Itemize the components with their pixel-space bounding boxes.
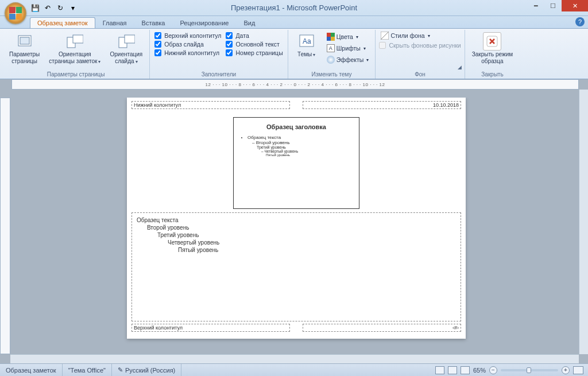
group-placeholders: Верхний колонтитул Образ слайда Нижний к… xyxy=(150,30,288,79)
undo-icon[interactable]: ↶ xyxy=(42,3,53,13)
themes-icon: Aa xyxy=(297,32,316,51)
close-button[interactable]: ✕ xyxy=(562,0,588,11)
view-sorter-button[interactable] xyxy=(448,366,457,374)
zoom-slider[interactable] xyxy=(501,369,558,371)
themes-button[interactable]: Aa Темы xyxy=(292,31,322,59)
canvas[interactable]: Нижний колонтитул 10.10.2018 Образец заг… xyxy=(17,98,575,352)
fonts-icon: A xyxy=(327,44,335,52)
status-theme[interactable]: "Тема Office" xyxy=(63,364,112,376)
zoom-level[interactable]: 65% xyxy=(473,367,486,374)
footer-placeholder[interactable]: Нижний колонтитул xyxy=(131,101,290,109)
colors-icon xyxy=(327,33,335,41)
notes-l4: Четвертый уровень xyxy=(137,239,456,246)
horizontal-scrollbar[interactable] xyxy=(10,354,579,363)
tab-home[interactable]: Главная xyxy=(95,17,134,28)
view-slideshow-button[interactable] xyxy=(461,366,470,374)
ribbon-tabs: Образец заметок Главная Вставка Рецензир… xyxy=(0,16,588,29)
slide-image-placeholder[interactable]: Образец заголовка Образец текста Второй … xyxy=(233,117,359,209)
slide-orientation-icon xyxy=(117,32,136,51)
notes-l1: Образец текста xyxy=(137,216,456,224)
svg-rect-9 xyxy=(331,33,335,37)
svg-text:Aa: Aa xyxy=(303,37,311,45)
slide-orientation-button[interactable]: Ориентация слайда xyxy=(106,31,146,65)
status-master[interactable]: Образец заметок xyxy=(0,364,63,376)
maximize-button[interactable]: ☐ xyxy=(544,0,562,11)
check-slide-image[interactable]: Образ слайда xyxy=(154,41,221,48)
effects-button[interactable]: Эффекты▾ xyxy=(325,55,371,64)
group-label: Изменить тему xyxy=(292,71,372,79)
date-placeholder[interactable]: 10.10.2018 xyxy=(303,101,461,109)
slide-text-l3: Третий уровень xyxy=(257,145,353,149)
minimize-button[interactable]: ━ xyxy=(527,0,544,11)
notes-orientation-button[interactable]: Ориентация страницы заметок xyxy=(45,31,104,65)
save-icon[interactable]: 💾 xyxy=(30,3,40,13)
page-setup-button[interactable]: Параметры страницы xyxy=(6,31,43,65)
check-body[interactable]: Основной текст xyxy=(226,41,283,48)
tab-notes-master[interactable]: Образец заметок xyxy=(30,17,95,28)
notes-l2: Второй уровень xyxy=(137,224,456,231)
window-title: Презентация1 - Microsoft PowerPoint xyxy=(231,3,357,12)
page-setup-icon xyxy=(16,32,34,51)
notes-l5: Пятый уровень xyxy=(137,246,456,254)
horizontal-ruler[interactable]: 12 · · · 10 · · · 8 · · · 6 · · · 4 · · … xyxy=(11,79,579,90)
tab-insert[interactable]: Вставка xyxy=(134,17,173,28)
notes-orientation-icon xyxy=(65,32,84,51)
group-theme: Aa Темы Цвета▾ AШрифты▾ Эффекты▾ Изменит… xyxy=(288,30,376,79)
help-icon[interactable]: ? xyxy=(575,17,585,26)
vertical-ruler[interactable] xyxy=(0,98,10,354)
notes-body-placeholder[interactable]: Образец текста Второй уровень Третий уро… xyxy=(131,212,461,321)
hide-background-check[interactable]: Скрыть фоновые рисунки xyxy=(379,42,461,49)
group-label: Параметры страницы xyxy=(6,71,146,79)
svg-rect-5 xyxy=(125,35,135,43)
group-label: Фон xyxy=(379,71,461,79)
window-controls: ━ ☐ ✕ xyxy=(527,0,588,11)
background-styles-icon xyxy=(381,32,389,40)
qat-more-icon[interactable]: ▾ xyxy=(68,3,78,13)
effects-icon xyxy=(327,56,335,64)
svg-rect-8 xyxy=(327,33,331,37)
check-page-number[interactable]: Номер страницы xyxy=(226,49,283,56)
redo-icon[interactable]: ↻ xyxy=(55,3,65,13)
background-styles-button[interactable]: Стили фона▾ xyxy=(379,31,431,40)
svg-rect-10 xyxy=(327,37,331,41)
header-placeholder[interactable]: Верхний колонтитул xyxy=(131,324,290,332)
check-date[interactable]: Дата xyxy=(226,32,283,39)
tab-review[interactable]: Рецензирование xyxy=(172,17,236,28)
spellcheck-icon: ✎ xyxy=(118,366,123,374)
colors-button[interactable]: Цвета▾ xyxy=(325,32,371,41)
slide-text-l5: Пятый уровень xyxy=(266,153,353,157)
zoom-out-button[interactable]: − xyxy=(489,366,497,374)
check-header[interactable]: Верхний колонтитул xyxy=(154,32,221,39)
slide-text-l1: Образец текста xyxy=(247,135,353,140)
svg-rect-1 xyxy=(20,37,29,44)
view-normal-button[interactable] xyxy=(435,366,444,374)
close-master-button[interactable]: Закрыть режим образца xyxy=(469,31,516,65)
group-background: Стили фона▾ Скрыть фоновые рисунки Фон ◢ xyxy=(376,30,465,79)
group-close: Закрыть режим образца Закрыть xyxy=(465,30,520,79)
background-dialog-launcher[interactable]: ◢ xyxy=(457,64,463,71)
page-number-placeholder[interactable]: ‹#› xyxy=(303,324,461,332)
quick-access-toolbar: 💾 ↶ ↻ ▾ xyxy=(30,3,78,13)
group-label: Заполнители xyxy=(153,71,284,79)
slide-text-l4: Четвертый уровень xyxy=(261,149,353,153)
workspace: 12 · · · 10 · · · 8 · · · 6 · · · 4 · · … xyxy=(0,79,588,363)
ribbon: Параметры страницы Ориентация страницы з… xyxy=(0,29,588,79)
svg-rect-11 xyxy=(331,37,335,41)
slide-title: Образец заголовка xyxy=(239,123,353,130)
fit-window-button[interactable] xyxy=(573,366,583,374)
group-label: Закрыть xyxy=(469,71,516,79)
group-page-params: Параметры страницы Ориентация страницы з… xyxy=(2,30,150,79)
fonts-button[interactable]: AШрифты▾ xyxy=(325,44,371,53)
status-language[interactable]: ✎Русский (Россия) xyxy=(112,364,181,376)
svg-rect-3 xyxy=(73,35,83,43)
notes-l3: Третий уровень xyxy=(137,231,456,239)
check-footer[interactable]: Нижний колонтитул xyxy=(154,49,221,56)
vertical-scrollbar[interactable] xyxy=(579,90,588,354)
office-button[interactable] xyxy=(5,2,26,24)
zoom-in-button[interactable]: + xyxy=(562,366,570,374)
slide-text-l2: Второй уровень xyxy=(252,140,353,145)
tab-view[interactable]: Вид xyxy=(236,17,262,28)
notes-master-page[interactable]: Нижний колонтитул 10.10.2018 Образец заг… xyxy=(127,98,466,339)
close-master-icon xyxy=(483,32,501,51)
titlebar: 💾 ↶ ↻ ▾ Презентация1 - Microsoft PowerPo… xyxy=(0,0,588,16)
